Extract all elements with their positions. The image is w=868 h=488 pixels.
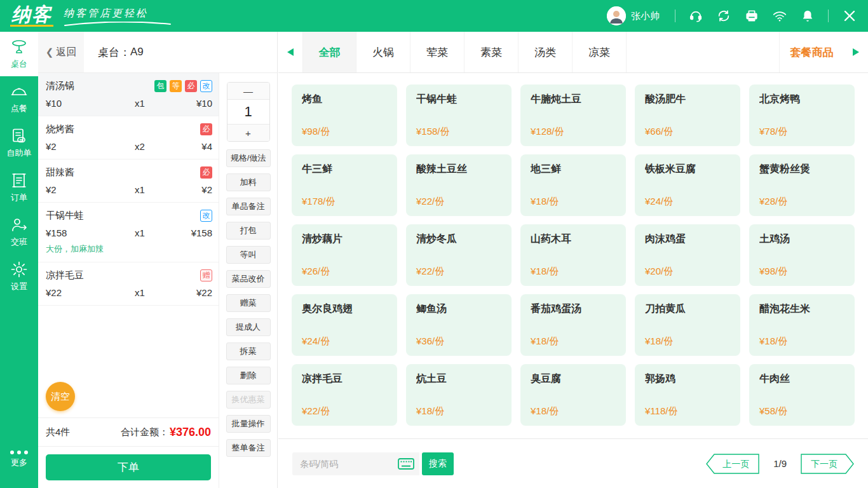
action-button-11[interactable]: 批量操作 (226, 415, 271, 433)
printer-icon[interactable] (745, 9, 759, 23)
action-button-8[interactable]: 拆菜 (226, 342, 271, 360)
menu-item-card[interactable]: 牛三鲜 ¥178/份 (292, 154, 397, 216)
menu-item-card[interactable]: 烤鱼 ¥98/份 (292, 85, 397, 146)
menu-item-card[interactable]: 肉沫鸡蛋 ¥20/份 (635, 224, 740, 286)
menu-item-card[interactable]: 北京烤鸭 ¥78/份 (749, 85, 855, 146)
sidebar-item-table[interactable]: 桌台 (0, 32, 38, 76)
barcode-search-input[interactable] (300, 459, 394, 469)
sidebar-item-gear[interactable]: 设置 (0, 254, 38, 299)
menu-item-card[interactable]: 蟹黄粉丝煲 ¥28/份 (749, 154, 855, 216)
sidebar-item-self-order[interactable]: 自助单 (0, 121, 38, 165)
badge-required: 必 (185, 80, 197, 92)
total-amount: ¥376.00 (170, 426, 211, 439)
sidebar-item-shift[interactable]: 交班 (0, 210, 38, 254)
tab-combo-products[interactable]: 套餐商品 (779, 32, 844, 72)
sync-icon[interactable] (717, 9, 731, 23)
tabs-scroll-right-button[interactable] (844, 32, 868, 72)
menu-item-name: 牛腩炖土豆 (531, 93, 616, 106)
menu-item-card[interactable]: 土鸡汤 ¥98/份 (749, 224, 855, 286)
user-name[interactable]: 张小帅 (631, 10, 660, 22)
category-tab-3[interactable]: 素菜 (465, 32, 519, 72)
action-button-2[interactable]: 单品备注 (226, 198, 271, 215)
sidebar-item-more[interactable]: 更多 (0, 437, 38, 482)
menu-item-card[interactable]: 刀拍黄瓜 ¥18/份 (635, 294, 740, 356)
menu-item-card[interactable]: 郭扬鸡 ¥118/份 (635, 364, 740, 426)
menu-item-card[interactable]: 干锅牛蛙 ¥158/份 (406, 85, 512, 146)
sidebar-item-cloche[interactable]: 点餐 (0, 76, 38, 121)
tabs-scroll-left-button[interactable] (278, 32, 302, 72)
action-button-6[interactable]: 赠菜 (226, 294, 271, 312)
search-button[interactable]: 搜索 (422, 452, 454, 475)
order-item-name: 烧烤酱 (46, 123, 74, 135)
order-item[interactable]: 凉拌毛豆 赠 ¥22 x1 ¥22 (38, 262, 219, 306)
menu-item-price: ¥28/份 (759, 196, 844, 208)
pagination: 上一页 1/9 下一页 (706, 454, 854, 474)
order-list-icon (10, 172, 28, 189)
headset-icon[interactable] (689, 9, 703, 23)
category-tab-5[interactable]: 凉菜 (573, 32, 627, 72)
menu-item-card[interactable]: 炕土豆 ¥18/份 (406, 364, 512, 426)
menu-item-name: 刀拍黄瓜 (645, 302, 730, 316)
menu-item-card[interactable]: 山药木耳 ¥18/份 (520, 224, 626, 286)
action-button-4[interactable]: 等叫 (226, 246, 271, 264)
menu-item-card[interactable]: 番茄鸡蛋汤 ¥18/份 (520, 294, 626, 356)
action-button-1[interactable]: 加料 (226, 173, 271, 191)
menu-item-card[interactable]: 牛肉丝 ¥58/份 (749, 364, 855, 426)
order-item[interactable]: 烧烤酱 必 ¥2 x2 ¥4 (38, 116, 219, 159)
menu-item-name: 鲫鱼汤 (416, 302, 501, 316)
menu-item-card[interactable]: 清炒冬瓜 ¥22/份 (406, 224, 512, 286)
keyboard-icon[interactable] (398, 458, 414, 470)
menu-item-card[interactable]: 臭豆腐 ¥18/份 (520, 364, 626, 426)
close-icon[interactable] (843, 9, 857, 23)
sidebar-item-order-list[interactable]: 订单 (0, 165, 38, 210)
wifi-icon[interactable] (773, 9, 787, 23)
clear-order-button[interactable]: 清空 (46, 382, 75, 411)
quantity-minus-button[interactable]: — (227, 83, 269, 99)
category-tab-0[interactable]: 全部 (302, 32, 356, 72)
order-item-note: 大份，加麻加辣 (46, 243, 212, 255)
category-tab-1[interactable]: 火锅 (356, 32, 410, 72)
badge-modified: 改 (200, 80, 212, 92)
order-item-total: ¥10 (173, 98, 212, 109)
order-item[interactable]: 干锅牛蛙 改 ¥158 x1 ¥158 大份，加麻加辣 (38, 203, 219, 262)
action-button-3[interactable]: 打包 (226, 222, 271, 240)
menu-item-card[interactable]: 牛腩炖土豆 ¥128/份 (520, 85, 626, 146)
sidebar: 桌台 点餐 自助单 订单 交班 设置 更多 (0, 32, 38, 488)
menu-item-card[interactable]: 地三鲜 ¥18/份 (520, 154, 626, 216)
action-button-7[interactable]: 提成人 (226, 318, 271, 336)
action-button-9[interactable]: 删除 (226, 367, 271, 384)
place-order-button[interactable]: 下单 (46, 454, 211, 480)
next-page-button[interactable]: 下一页 (801, 454, 854, 474)
back-button[interactable]: ❮ 返回 (38, 32, 84, 72)
prev-page-button[interactable]: 上一页 (706, 454, 759, 474)
order-item[interactable]: 清汤锅 包等必改 ¥10 x1 ¥10 (38, 73, 219, 116)
order-item[interactable]: 甜辣酱 必 ¥2 x1 ¥2 (38, 159, 219, 203)
category-tab-2[interactable]: 荤菜 (410, 32, 465, 72)
quantity-plus-button[interactable]: + (227, 125, 269, 141)
order-item-price: ¥10 (46, 98, 135, 109)
search-input-wrap (292, 452, 419, 475)
menu-item-card[interactable]: 酸辣土豆丝 ¥22/份 (406, 154, 512, 216)
menu-item-card[interactable]: 酸汤肥牛 ¥66/份 (635, 85, 740, 146)
user-avatar[interactable] (607, 6, 626, 25)
menu-item-card[interactable]: 奥尔良鸡翅 ¥24/份 (292, 294, 397, 356)
triangle-right-icon (852, 48, 860, 57)
menu-item-price: ¥58/份 (759, 405, 844, 417)
order-item-qty: x2 (135, 141, 173, 152)
menu-item-card[interactable]: 凉拌毛豆 ¥22/份 (292, 364, 397, 426)
menu-item-price: ¥66/份 (645, 126, 730, 138)
self-order-icon (10, 127, 28, 145)
action-button-0[interactable]: 规格/做法 (226, 149, 271, 167)
action-button-5[interactable]: 菜品改价 (226, 270, 271, 288)
menu-item-card[interactable]: 醋泡花生米 ¥18/份 (749, 294, 855, 356)
more-dots-icon (9, 451, 30, 454)
action-button-12[interactable]: 整单备注 (226, 439, 271, 457)
bell-icon[interactable] (801, 9, 815, 23)
menu-item-card[interactable]: 鲫鱼汤 ¥36/份 (406, 294, 512, 356)
menu-item-card[interactable]: 清炒藕片 ¥26/份 (292, 224, 397, 286)
menu-item-card[interactable]: 铁板米豆腐 ¥24/份 (635, 154, 740, 216)
category-tab-4[interactable]: 汤类 (519, 32, 573, 72)
menu-item-price: ¥18/份 (645, 336, 730, 348)
action-buttons: 规格/做法加料单品备注打包等叫菜品改价赠菜提成人拆菜删除换优惠菜批量操作整单备注 (226, 149, 271, 463)
page-indicator: 1/9 (773, 458, 787, 469)
